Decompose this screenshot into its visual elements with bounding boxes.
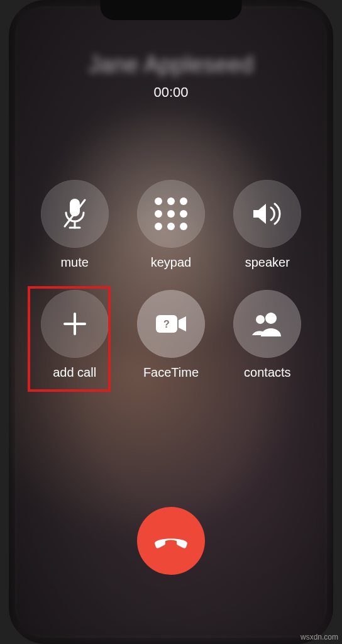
contacts-label: contacts: [244, 365, 290, 380]
addcall-label: add call: [53, 365, 96, 380]
caller-name: Jane Appleseed: [9, 52, 333, 78]
caller-info: Jane Appleseed 00:00: [9, 52, 333, 101]
call-timer: 00:00: [9, 84, 333, 101]
speaker-cell: speaker: [219, 176, 316, 274]
facetime-cell: ? FaceTime: [123, 286, 219, 384]
device-notch: [101, 0, 242, 20]
mute-button[interactable]: [41, 180, 109, 248]
mute-cell: mute: [26, 176, 123, 274]
addcall-button[interactable]: [41, 290, 109, 358]
contacts-cell: contacts: [219, 286, 316, 384]
facetime-icon: ?: [153, 311, 189, 336]
mute-icon: [60, 196, 90, 231]
contacts-button[interactable]: [233, 290, 301, 358]
keypad-label: keypad: [151, 255, 192, 270]
svg-point-8: [265, 313, 277, 324]
addcall-cell: add call: [26, 286, 123, 384]
facetime-label: FaceTime: [143, 365, 199, 380]
facetime-button[interactable]: ?: [137, 290, 205, 358]
svg-point-9: [256, 315, 265, 324]
watermark: wsxdn.com: [301, 633, 338, 641]
phone-frame: Jane Appleseed 00:00 mute: [9, 0, 333, 644]
contacts-icon: [250, 310, 285, 338]
endcall-wrap: [137, 507, 205, 575]
keypad-cell: keypad: [123, 176, 219, 274]
call-actions-grid: mute keypad: [26, 176, 316, 384]
speaker-icon: [250, 199, 285, 229]
hangup-icon: [152, 532, 190, 550]
keypad-icon: [155, 197, 187, 230]
speaker-label: speaker: [245, 255, 290, 270]
endcall-button[interactable]: [137, 507, 205, 575]
plus-icon: [60, 309, 90, 339]
speaker-button[interactable]: [233, 180, 301, 248]
svg-text:?: ?: [163, 319, 170, 330]
keypad-button[interactable]: [137, 180, 205, 248]
mute-label: mute: [60, 255, 88, 270]
call-screen: Jane Appleseed 00:00 mute: [9, 0, 333, 644]
